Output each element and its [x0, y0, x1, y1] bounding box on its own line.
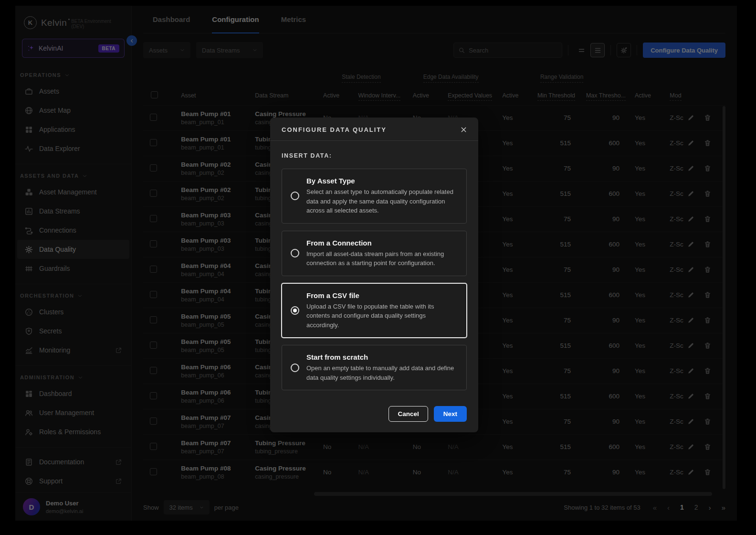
cancel-button[interactable]: Cancel [388, 406, 428, 422]
radio-button[interactable] [291, 364, 299, 372]
insert-option-by-asset-type[interactable]: By Asset Type Select an asset type to au… [282, 169, 467, 224]
radio-button[interactable] [291, 249, 299, 257]
insert-option-from-a-connection[interactable]: From a Connection Import all asset-data … [282, 231, 467, 276]
radio-button[interactable] [291, 306, 299, 315]
insert-option-from-a-csv-file[interactable]: From a CSV file Upload a CSV file to pop… [282, 283, 467, 338]
insert-option-start-from-scratch[interactable]: Start from scratch Open an empty table t… [282, 345, 467, 390]
modal-close-button[interactable] [461, 127, 467, 133]
modal-title: CONFIGURE DATA QUALITY [282, 126, 387, 133]
radio-button[interactable] [291, 192, 299, 200]
close-icon [461, 127, 467, 133]
next-button[interactable]: Next [434, 406, 467, 422]
configure-data-quality-modal: CONFIGURE DATA QUALITY INSERT DATA: By A… [270, 118, 478, 432]
insert-data-label: INSERT DATA: [282, 152, 467, 159]
insert-options-list: By Asset Type Select an asset type to au… [282, 169, 467, 390]
